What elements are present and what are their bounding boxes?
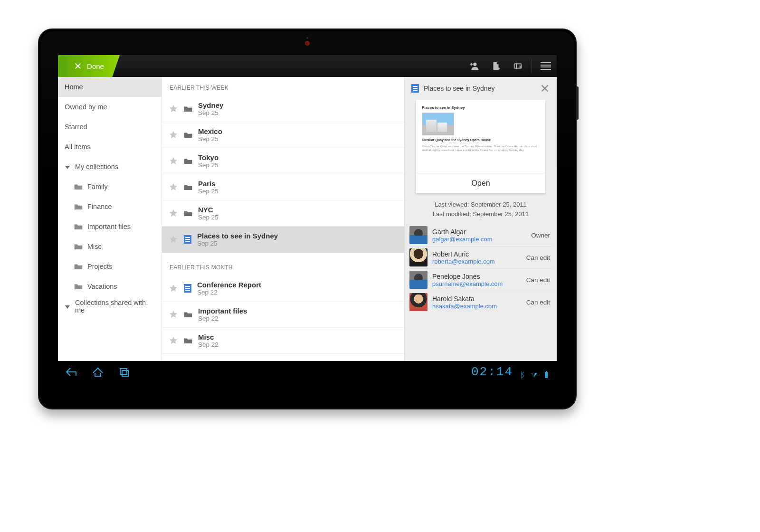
person-row[interactable]: Robert Auricroberta@example.comCan edit [409, 247, 552, 269]
preview-heading: Circular Quay and the Sydney Opera House [422, 138, 540, 142]
folder-icon [184, 157, 192, 165]
collection-label: Family [87, 183, 108, 190]
done-button[interactable]: Done [58, 55, 120, 77]
person-row[interactable]: Harold Sakatahsakata@example.comCan edit [409, 291, 552, 313]
preview-card: Places to see in Sydney Circular Quay an… [416, 100, 545, 193]
home-icon[interactable] [91, 366, 104, 378]
avatar [409, 248, 428, 266]
sidebar-section-shared[interactable]: Collections shared with me [58, 296, 162, 316]
sidebar-collection-item[interactable]: Finance [58, 197, 162, 217]
document-icon [411, 84, 419, 93]
open-button-label: Open [471, 179, 490, 187]
front-camera [305, 41, 310, 46]
person-role: Can edit [526, 276, 552, 284]
sidebar-item-home[interactable]: Home [58, 77, 162, 97]
document-list[interactable]: EARLIER THIS WEEK SydneySep 25MexicoSep … [162, 77, 404, 361]
folder-icon [74, 283, 83, 290]
list-row[interactable]: Conference ReportSep 22 [162, 276, 404, 302]
section-header-week: EARLIER THIS WEEK [162, 77, 404, 96]
details-panel: Places to see in Sydney Places to see in… [404, 77, 557, 361]
preview-body-lines: Go to Circular Quay and view the Sydney … [422, 144, 540, 152]
list-row[interactable]: SydneySep 25 [162, 96, 404, 122]
list-row[interactable]: ParisSep 25 [162, 174, 404, 200]
person-row[interactable]: Penelope Jonespsurname@example.comCan ed… [409, 269, 552, 291]
star-icon[interactable] [169, 156, 178, 166]
row-date: Sep 25 [198, 188, 218, 195]
row-date: Sep 22 [198, 315, 247, 322]
sidebar-item-owned-by-me[interactable]: Owned by me [58, 97, 162, 117]
row-title: Mexico [198, 127, 222, 135]
sidebar-collection-item[interactable]: Vacations [58, 276, 162, 296]
sidebar-item-all-items[interactable]: All items [58, 137, 162, 157]
sidebar-collection-item[interactable]: Family [58, 177, 162, 197]
row-title: Paris [198, 180, 218, 188]
close-details-button[interactable] [540, 83, 550, 94]
star-icon[interactable] [169, 182, 178, 192]
svg-rect-3 [120, 369, 127, 374]
svg-point-0 [473, 63, 476, 66]
list-row[interactable]: MexicoSep 25 [162, 122, 404, 148]
star-icon[interactable] [169, 336, 178, 345]
open-button[interactable]: Open [416, 173, 545, 193]
person-email: psurname@example.com [432, 280, 503, 287]
recent-apps-icon[interactable] [118, 366, 131, 378]
star-icon[interactable] [169, 104, 178, 114]
sidebar-section-label: My collections [75, 163, 118, 171]
list-row[interactable]: MiscSep 22 [162, 328, 404, 354]
list-row[interactable]: NYCSep 25 [162, 200, 404, 227]
sidebar-item-starred[interactable]: Starred [58, 117, 162, 137]
sidebar-section-label: Collections shared with me [75, 299, 155, 314]
list-row[interactable]: Places to see in SydneySep 25 [162, 227, 404, 253]
preview-thumbnail: Places to see in Sydney Circular Quay an… [416, 100, 545, 173]
folder-icon [184, 209, 192, 218]
sidebar-collection-item[interactable]: Projects [58, 256, 162, 276]
row-title: Conference Report [197, 281, 261, 289]
rename-icon[interactable]: a [507, 55, 529, 77]
star-icon[interactable] [169, 130, 178, 140]
avatar [409, 271, 428, 289]
row-date: Sep 22 [197, 289, 261, 296]
preview-photo [422, 113, 454, 135]
wifi-icon [530, 368, 538, 376]
done-label: Done [87, 62, 104, 70]
folder-icon [74, 243, 83, 250]
add-person-icon[interactable] [463, 55, 485, 77]
star-icon[interactable] [169, 310, 178, 319]
details-title: Places to see in Sydney [424, 85, 494, 92]
star-icon[interactable] [169, 209, 178, 218]
person-role: Can edit [526, 299, 552, 306]
folder-icon [74, 203, 83, 210]
row-date: Sep 25 [198, 214, 218, 221]
overflow-menu-icon[interactable] [535, 55, 557, 77]
row-date: Sep 25 [198, 135, 222, 142]
person-role: Can edit [526, 254, 552, 261]
list-row[interactable]: Important filesSep 22 [162, 302, 404, 328]
row-title: Important files [198, 307, 247, 315]
new-document-icon[interactable] [485, 55, 507, 77]
bluetooth-icon [518, 368, 525, 376]
sidebar-collection-item[interactable]: Misc [58, 237, 162, 256]
sidebar-collection-item[interactable]: Important files [58, 217, 162, 237]
person-email: hsakata@example.com [432, 303, 497, 310]
document-icon [184, 235, 191, 244]
close-icon [74, 62, 82, 70]
row-date: Sep 22 [198, 341, 218, 348]
preview-doc-title: Places to see in Sydney [422, 105, 540, 110]
person-row[interactable]: Garth Algargalgar@example.comOwner [409, 224, 552, 247]
folder-icon [184, 131, 192, 139]
person-name: Harold Sakata [432, 295, 497, 303]
system-navigation-bar: 02:14 [58, 361, 557, 383]
star-icon[interactable] [169, 235, 178, 244]
star-icon[interactable] [169, 284, 178, 293]
folder-icon [74, 223, 83, 230]
document-icon [184, 284, 191, 293]
sidebar-section-my-collections[interactable]: My collections [58, 157, 162, 177]
collection-label: Finance [87, 203, 112, 210]
list-row[interactable]: TokyoSep 25 [162, 148, 404, 174]
screen: Done a [58, 55, 557, 383]
svg-rect-6 [546, 371, 547, 372]
last-modified: Last modified: September 25, 2011 [405, 209, 557, 219]
back-icon[interactable] [65, 366, 78, 378]
folder-icon [184, 183, 192, 191]
svg-rect-4 [122, 370, 129, 376]
